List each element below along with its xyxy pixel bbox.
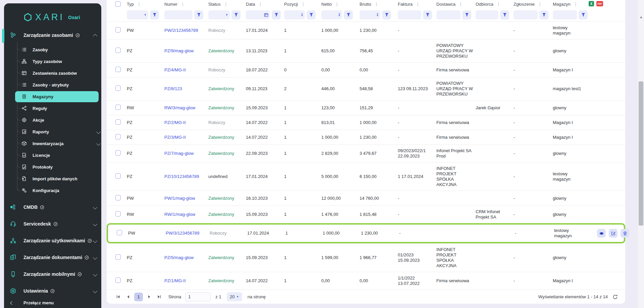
cell-numer-link[interactable]: PZ/1/MG-II (164, 278, 208, 284)
cell-numer-link[interactable]: PW/2/123456789 (164, 28, 208, 33)
cell-numer-link[interactable]: PZ/3/MG-II (164, 135, 208, 140)
sidebar-item-cmdb[interactable]: CMDB (4, 201, 101, 213)
column-menu-icon[interactable]: ⋮ (458, 2, 464, 6)
column-menu-icon[interactable]: ⋮ (573, 2, 579, 6)
cell-numer-link[interactable]: PZ/2/MG-II (164, 120, 208, 125)
cell-numer-link[interactable]: PW/1/mag-glow (164, 196, 208, 201)
status-filter-select[interactable]: ▼ (208, 10, 230, 19)
sidebar-item-konfiguracja[interactable]: Konfiguracja (4, 185, 101, 196)
cell-numer-link[interactable]: PZ/5/mag-glow (164, 255, 208, 260)
sidebar-item-import-plikow[interactable]: Import plików danych (4, 173, 101, 185)
dostawca-filter-input[interactable] (436, 10, 461, 19)
odbiorca-filter-input[interactable] (476, 10, 498, 19)
delete-row-button[interactable] (621, 229, 629, 238)
sidebar-item-zarzadzanie-dokumentami[interactable]: Zarządzanie dokumentami (4, 251, 101, 263)
typ-filter-button[interactable] (150, 10, 159, 19)
sidebar-item-reguly[interactable]: Reguły (4, 103, 101, 114)
pozycji-filter-button[interactable] (307, 10, 316, 19)
status-filter-button[interactable] (231, 10, 240, 19)
sidebar-item-zarzadzanie-zasobami[interactable]: Zarządzanie zasobami (4, 29, 101, 41)
cell-numer-link[interactable]: PW/3/123456789 (166, 231, 210, 236)
data-filter-button[interactable] (272, 10, 281, 19)
cell-numer-link[interactable]: PZ/7/mag-glow (164, 151, 208, 156)
column-menu-icon[interactable]: ⋮ (257, 2, 263, 6)
row-checkbox[interactable] (115, 134, 121, 139)
select-all-checkbox[interactable] (115, 1, 121, 7)
first-page-button[interactable] (114, 293, 122, 301)
column-menu-icon[interactable]: ⋮ (136, 2, 142, 6)
row-checkbox[interactable] (115, 278, 121, 283)
row-checkbox[interactable] (115, 67, 121, 72)
row-checkbox[interactable] (115, 254, 121, 260)
row-checkbox[interactable] (115, 85, 121, 91)
column-menu-icon[interactable]: ⋮ (223, 2, 229, 6)
current-page-button[interactable]: 1 (134, 293, 143, 301)
stepper-arrows[interactable]: ▲▼ (376, 13, 379, 17)
netto-filter-input[interactable]: ▲▼ (321, 10, 342, 19)
column-menu-icon[interactable]: ⋮ (496, 2, 501, 6)
sidebar-item-zasoby[interactable]: Zasoby (4, 44, 101, 56)
sidebar-item-magazyny[interactable]: Magazyny (15, 91, 99, 102)
magazyn-filter-input[interactable] (553, 10, 577, 19)
sidebar-item-typy-zasobow[interactable]: Typy zasobów (4, 56, 101, 67)
column-menu-icon[interactable]: ⋮ (374, 2, 379, 6)
stepper-arrows[interactable]: ▲▼ (301, 13, 303, 17)
refresh-button[interactable] (612, 294, 618, 300)
cell-numer-link[interactable]: PZ/8/123 (164, 86, 208, 91)
prev-page-button[interactable] (124, 293, 132, 301)
typ-filter-select[interactable]: ▼ (127, 10, 148, 19)
sidebar-item-licencje[interactable]: Licencje (4, 149, 101, 161)
export-pdf-icon[interactable]: PDF (596, 1, 603, 6)
zgloszenie-filter-button[interactable] (539, 10, 548, 19)
page-number-input[interactable] (185, 292, 211, 301)
row-checkbox[interactable] (115, 211, 121, 217)
odbiorca-filter-button[interactable] (500, 10, 509, 19)
column-menu-icon[interactable]: ⋮ (415, 2, 421, 6)
zgloszenie-filter-input[interactable] (514, 10, 538, 19)
sidebar-item-inwentaryzacja[interactable]: Inwentaryzacja (4, 138, 101, 149)
row-checkbox[interactable] (115, 195, 121, 200)
menu-toggle-button[interactable]: Przełącz menu (4, 297, 101, 308)
sidebar-item-akcje[interactable]: Akcje (4, 114, 101, 126)
export-excel-icon[interactable]: X (589, 1, 594, 6)
sidebar-item-zestawienia-zasobow[interactable]: Zestawienia zasobów (4, 67, 101, 79)
cell-numer-link[interactable]: RW/1/mag-glow (164, 212, 208, 217)
column-menu-icon[interactable]: ⋮ (300, 2, 306, 6)
page-size-select[interactable]: 20▼ (227, 292, 242, 301)
scrollbar-thumb[interactable] (639, 81, 643, 226)
sidebar-item-zasoby-atrybuty[interactable]: Zasoby - atrybuty (4, 79, 101, 91)
sidebar-item-zarzadzanie-uzytkownikami[interactable]: Zarządzanie użytkownikami (4, 235, 101, 247)
cell-numer-link[interactable]: PZ/4/MG-II (164, 67, 208, 73)
row-checkbox[interactable] (115, 119, 121, 125)
sidebar-item-raporty[interactable]: Raporty (4, 126, 101, 138)
faktura-filter-button[interactable] (423, 10, 432, 19)
numer-filter-input[interactable] (164, 10, 193, 19)
dostawca-filter-button[interactable] (462, 10, 471, 19)
edit-row-button[interactable] (609, 229, 618, 238)
sidebar-item-ustawienia[interactable]: Ustawienia (4, 285, 101, 297)
sidebar-item-zarzadzanie-mobilnymi[interactable]: Zarządzanie mobilnymi (4, 268, 101, 280)
last-page-button[interactable] (155, 293, 163, 301)
brutto-filter-input[interactable]: ▲▼ (360, 10, 380, 19)
column-menu-icon[interactable]: ⋮ (180, 2, 185, 6)
magazyn-filter-button[interactable] (579, 10, 588, 19)
scroll-up-arrow[interactable]: ▲ (640, 15, 643, 19)
row-checkbox[interactable] (115, 150, 121, 156)
sidebar-item-servicedesk[interactable]: Servicedesk (4, 218, 101, 230)
column-menu-icon[interactable]: ⋮ (537, 2, 543, 6)
data-filter-date-input[interactable] (246, 10, 270, 19)
cell-numer-link[interactable]: PZ/9/mag-glow (164, 48, 208, 54)
view-row-button[interactable] (597, 229, 606, 238)
row-checkbox[interactable] (115, 173, 121, 179)
faktura-filter-input[interactable] (398, 10, 421, 19)
pozycji-filter-input[interactable]: ▲▼ (284, 10, 305, 19)
cell-numer-link[interactable]: PZ/10/123456789 (164, 174, 208, 179)
numer-filter-button[interactable] (194, 10, 203, 19)
brutto-filter-button[interactable] (382, 10, 391, 19)
row-checkbox[interactable] (117, 230, 122, 235)
cell-numer-link[interactable]: RW/3/mag-glow (164, 105, 208, 111)
row-checkbox[interactable] (115, 105, 121, 110)
sidebar-item-protokoly[interactable]: Protokoły (4, 161, 101, 173)
row-checkbox[interactable] (115, 27, 121, 33)
stepper-arrows[interactable]: ▲▼ (338, 13, 340, 17)
